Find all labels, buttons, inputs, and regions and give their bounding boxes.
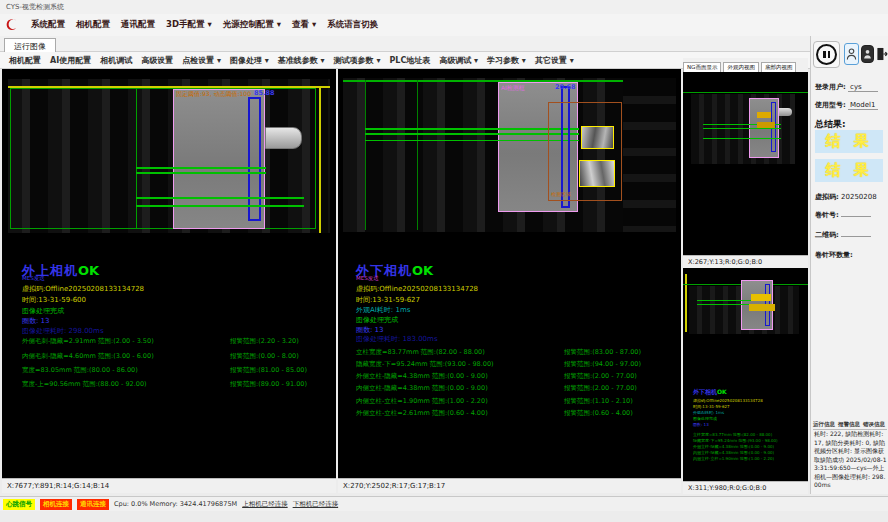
tool-advanced-debug[interactable]: 高级调试 ▾ [439,55,478,66]
tab-ng-display[interactable]: NG画面显示 [683,62,721,72]
mini-measure-row: 隐藏宽度-下=95.24mm 范围:(93.00 - 98.00) [693,438,778,443]
tab-error-info[interactable]: 错误信息 [863,421,885,428]
camera-link-badge: 相机连接 [40,499,72,510]
tab-bottom-view[interactable]: 底部内视图 [761,62,797,72]
pixel-coords-thumb-bottom: X:311;Y:980;R:0;G:0;B:0 [683,481,808,494]
ai-time-line: 外观AI耗时: 1ms [356,305,410,315]
measurement-row: 外侧立柱-隐藏=4.38mm 范围:(0.00 - 9.00)报警范围:(2.0… [356,372,686,381]
measurement-row: 外侧立柱-立柱=2.61mm 范围:(0.60 - 4.00)报警范围:(0.6… [356,409,686,418]
menu-camera-config[interactable]: 相机配置 [76,19,110,31]
camera-image-lower: AI检测框 20.68 检测区域 [343,78,676,232]
pause-button[interactable] [813,41,840,68]
blue-measure-value: 85.88 [254,89,275,97]
alarm-range: 报警范围:(81.00 - 85.00) [230,366,307,375]
comm-link-badge: 通讯连接 [77,499,109,510]
mini-status-line: 图像处理完成 [693,416,717,421]
exit-button[interactable] [876,43,888,65]
alarm-range: 报警范围:(2.20 - 3.20) [230,337,299,346]
tab-strip: 运行图像 [0,36,888,52]
upper-camera-link-text[interactable]: 上相机已经连接 [242,500,288,509]
green-measure-line [703,138,781,139]
tool-spot-check[interactable]: 点检设置 ▾ [182,55,221,66]
tab-run-info[interactable]: 运行信息 [813,421,835,428]
result-badge-upper: 结 果 [815,130,883,153]
yellow-baseline-vertical [319,86,321,233]
menu-language-switch[interactable]: 系统语言切换 [327,19,378,31]
heartbeat-badge: 心跳信号 [3,499,35,510]
measure-text: 内侧立柱-立柱=1.90mm 范围:(1.00 - 2.20) [356,397,488,405]
tab-run-image[interactable]: 运行图像 [4,38,56,52]
yellow-defect-mark [751,294,771,301]
elapsed-line: 图像处理耗时: 183.00ms [356,334,438,344]
lower-camera-link-text[interactable]: 下相机已经连接 [293,500,339,509]
menu-3d-hand-config[interactable]: 3D手配置 ▾ [166,19,212,31]
menu-light-control-config[interactable]: 光源控制配置 ▾ [223,19,281,31]
tool-test-item-params[interactable]: 测试项参数 ▾ [334,55,381,66]
measure-text: 宽度=83.05mm 范围:(80.00 - 86.00) [22,366,138,374]
thumbnail-bottom[interactable]: 外下相机OK 虚拟码:Offline20250208133134728 时间:1… [683,268,808,481]
alarm-range: 报警范围:(2.00 - 77.00) [564,372,637,381]
mes-status: MES发送 [22,275,45,282]
yellow-baseline-vertical [685,274,687,332]
needle-row: 卷针号: [815,210,887,220]
measure-text: 隐藏宽度-下=95.24mm 范围:(93.00 - 98.00) [356,360,494,368]
menu-system-config[interactable]: 系统配置 [31,19,65,31]
camera-panel-lower-outer[interactable]: AI检测框 20.68 检测区域 外下相机OK MES发送 虚拟码:Offlin… [338,69,681,478]
tool-learning-params[interactable]: 学习参数 ▾ [487,55,526,66]
green-guide-vertical [365,80,366,230]
ring-count-row: 卷针环数量: [815,250,887,260]
thumbnail-top[interactable] [683,72,808,255]
measurement-row: 内侧立柱-隐藏=4.38mm 范围:(0.00 - 9.00)报警范围:(2.0… [356,384,686,393]
virtual-code-line: 虚拟码:Offline20250208133134728 [356,284,478,294]
threshold-annotation: 固定阈值:93, 动态阈值:100 [176,90,251,99]
green-roi-outline [10,88,316,229]
result-ok-label: OK [78,263,99,278]
qr-label: 二维码: [815,231,839,239]
tool-advanced-settings[interactable]: 高级设置 [141,55,173,66]
camera-image-upper: 固定阈值:93, 动态阈值:100 85.88 [8,79,330,233]
green-measure-line [703,128,781,129]
tab-alarm-info[interactable]: 报警信息 [838,421,860,428]
user-manage-button[interactable] [861,45,874,63]
tool-ai-usage-config[interactable]: AI使用配置 [50,55,91,66]
pixel-coords-middle: X:270;Y:2502;R:17;G:17;B:17 [338,478,681,493]
menu-comm-config[interactable]: 通讯配置 [121,19,155,31]
tab-outer-view[interactable]: 外观内视图 [723,62,759,72]
mini-measure-row: 内侧立柱-立柱=1.90mm 范围:(1.00 - 2.20) [693,456,774,461]
mini-count-line: 圈数: 13 [693,422,709,427]
yellow-defect-roi [581,126,614,149]
menu-view[interactable]: 查看 ▾ [292,19,316,31]
tool-baseline-params[interactable]: 基准线参数 ▾ [278,55,325,66]
connector-tab [265,127,302,149]
thumbnail-tabs: NG画面显示 外观内视图 底部内视图 [683,58,808,72]
login-user-button[interactable] [844,43,859,65]
alarm-range: 报警范围:(83.00 - 87.00) [564,348,641,357]
yellow-defect-mark [757,122,775,128]
needle-value[interactable] [841,216,871,217]
info-tabs: 运行信息 报警信息 错误信息 [813,421,887,430]
measure-text: 立柱宽度=83.77mm 范围:(82.00 - 88.00) [356,348,485,356]
ring-count-label: 卷针环数量: [815,251,853,259]
alarm-range: 报警范围:(1.10 - 2.10) [564,397,633,406]
measurement-row: 隐藏宽度-下=95.24mm 范围:(93.00 - 98.00)报警范围:(9… [356,360,686,369]
login-user-value[interactable]: cys [848,83,878,92]
model-label: 使用型号: [815,101,846,109]
process-status-line: 图像处理完成 [22,306,64,316]
model-row: 使用型号: Model1 [815,100,887,110]
qr-row: 二维码: [815,230,887,240]
tool-camera-debug[interactable]: 相机调试 [100,55,132,66]
result-ok-label: OK [717,388,727,395]
tool-other-settings[interactable]: 其它设置 ▾ [535,55,574,66]
virtual-code-value: 20250208 [841,193,877,201]
green-guide-vertical [136,88,137,229]
qr-value[interactable] [841,236,871,237]
tool-image-processing[interactable]: 图像处理 ▾ [230,55,269,66]
mini-measure-row: 内侧立柱-隐藏=4.38mm 范围:(0.00 - 9.00) [693,450,774,455]
camera-panel-upper-outer[interactable]: 固定阈值:93, 动态阈值:100 85.88 外上相机OK MES发送 虚拟码… [2,69,336,478]
model-value[interactable]: Model1 [848,101,878,110]
result-ok-label: OK [412,263,433,278]
tool-camera-config[interactable]: 相机配置 [9,55,41,66]
exit-door-icon [876,46,888,62]
tool-plc-address-table[interactable]: PLC地址表 [389,55,430,66]
run-log-text[interactable]: 耗时: 222, 缺陷检测耗时: 17, 缺陷分类耗时: 0, 缺陷视频分区耗时… [814,430,887,490]
